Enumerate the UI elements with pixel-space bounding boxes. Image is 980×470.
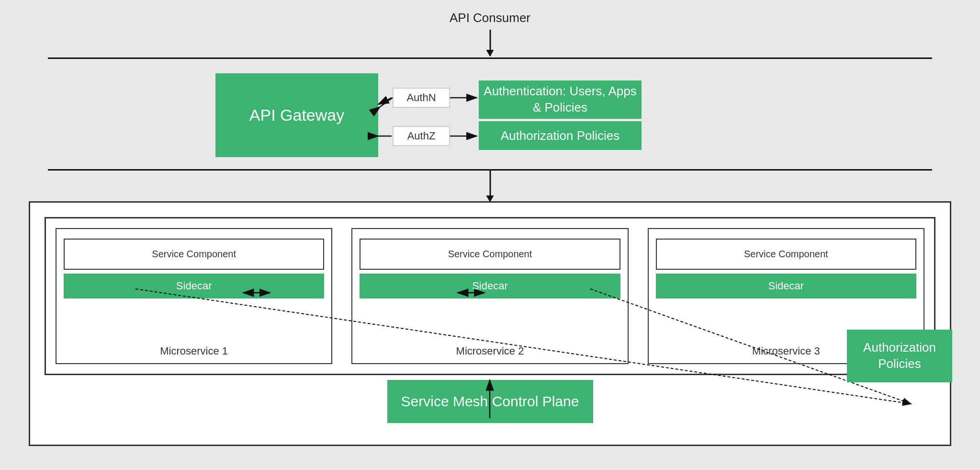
microservice-2-label: Microservice 2	[456, 345, 524, 357]
authz-policy-box-top: Authorization Policies	[479, 121, 642, 150]
authn-box: AuthN	[393, 88, 450, 108]
service-component-2-label: Service Component	[448, 249, 532, 260]
sidecar-2-label: Sidecar	[472, 280, 508, 292]
authz-label: AuthZ	[407, 130, 436, 142]
authz-bottom-label: Authorization Policies	[847, 340, 952, 372]
authz-box: AuthZ	[393, 126, 450, 146]
microservice-1-box: Service Component Sidecar Microservice 1	[56, 228, 332, 364]
svg-line-3	[380, 98, 393, 107]
api-gateway-box: API Gateway	[215, 73, 378, 157]
diagram-container: API Consumer API Gateway AuthN AuthZ Aut…	[0, 0, 980, 470]
authn-policy-box: Authentication: Users, Apps & Policies	[479, 80, 642, 119]
sidecar-3-label: Sidecar	[768, 280, 804, 292]
microservice-1-label: Microservice 1	[160, 345, 228, 357]
microservice-2-box: Service Component Sidecar Microservice 2	[351, 228, 628, 364]
sidecar-3: Sidecar	[656, 274, 916, 298]
authz-bottom-box: Authorization Policies	[847, 330, 952, 382]
api-gateway-label: API Gateway	[249, 106, 344, 125]
control-plane-label: Service Mesh Control Plane	[401, 393, 579, 410]
middle-section: API Gateway AuthN AuthZ Authentication: …	[48, 59, 932, 169]
sidecar-1: Sidecar	[64, 274, 324, 298]
authn-label: AuthN	[406, 92, 436, 104]
service-mesh-outer: Service Component Sidecar Microservice 1…	[29, 201, 951, 446]
sidecar-2: Sidecar	[360, 274, 620, 298]
service-component-1: Service Component	[64, 239, 324, 270]
microservice-3-label: Microservice 3	[752, 345, 820, 357]
service-component-2: Service Component	[360, 239, 620, 270]
control-plane-box: Service Mesh Control Plane	[387, 380, 593, 423]
svg-line-4	[378, 98, 392, 104]
arrow-middle-down	[489, 171, 491, 202]
arrow-consumer-down	[489, 30, 491, 56]
authn-policy-label: Authentication: Users, Apps & Policies	[479, 83, 642, 116]
authz-policy-label-top: Authorization Policies	[501, 128, 620, 143]
service-component-3: Service Component	[656, 239, 916, 270]
api-consumer-label: API Consumer	[444, 9, 536, 27]
microservices-container: Service Component Sidecar Microservice 1…	[45, 217, 935, 375]
sidecar-1-label: Sidecar	[176, 280, 212, 292]
service-component-3-label: Service Component	[744, 249, 828, 260]
service-component-1-label: Service Component	[152, 249, 236, 260]
